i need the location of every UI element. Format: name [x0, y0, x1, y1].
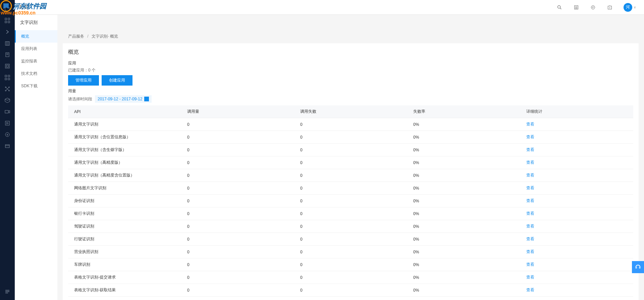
date-range-picker[interactable]: 2017-09-12 - 2017-09-12 [95, 95, 152, 103]
cell-api: 网络图片文字识别 [68, 182, 181, 195]
th-fails: 调用失败 [294, 105, 407, 118]
th-calls: 调用量 [181, 105, 294, 118]
cell-calls: 0 [181, 144, 294, 156]
rail-yen-icon[interactable]: ¥ [0, 129, 15, 140]
sidebar-item-1[interactable]: 应用列表 [15, 43, 57, 55]
cell-api: 身份证识别 [68, 195, 181, 207]
sidebar-item-2[interactable]: 监控报表 [15, 55, 57, 67]
rail-doc-icon[interactable] [0, 49, 15, 60]
cell-rate: 0% [407, 169, 520, 182]
svg-point-7 [591, 5, 595, 9]
table-row: 身份证识别000%查看 [68, 195, 633, 207]
rail-square-icon[interactable] [0, 60, 15, 72]
cell-rate: 0% [407, 271, 520, 284]
svg-rect-18 [5, 42, 9, 45]
breadcrumb-root[interactable]: 产品服务 [68, 34, 84, 39]
help-float-button[interactable] [632, 261, 644, 273]
cell-rate: 0% [407, 297, 520, 300]
calendar-icon [144, 97, 149, 101]
secondary-sidebar: 文字识别 概览应用列表监控报表技术文档SDK下载 [15, 15, 57, 300]
svg-rect-16 [5, 21, 7, 23]
cell-rate: 0% [407, 182, 520, 195]
detail-link[interactable]: 查看 [526, 211, 534, 216]
rail-building-icon[interactable] [0, 38, 15, 49]
svg-rect-15 [8, 18, 10, 20]
rail-play-icon[interactable] [0, 117, 15, 129]
svg-rect-17 [8, 21, 10, 23]
detail-link[interactable]: 查看 [526, 173, 534, 178]
cell-calls: 0 [181, 258, 294, 271]
th-detail: 详细统计 [520, 105, 633, 118]
detail-link[interactable]: 查看 [526, 224, 534, 229]
table-row: 通用文字识别（含生僻字版）000%查看 [68, 144, 633, 156]
svg-line-2 [560, 8, 561, 9]
detail-link[interactable]: 查看 [526, 237, 534, 241]
sidebar-item-4[interactable]: SDK下载 [15, 80, 57, 92]
table-row: 通用文字识别000%查看 [68, 118, 633, 131]
cell-api: 营业执照识别 [68, 246, 181, 258]
rail-grid-icon[interactable] [0, 15, 15, 26]
logo-text: 首页 [19, 4, 28, 10]
rail-card-icon[interactable] [0, 140, 15, 152]
sidebar-item-3[interactable]: 技术文档 [15, 67, 57, 80]
cell-api: 通用文字识别（高精度含位置版） [68, 169, 181, 182]
detail-link[interactable]: 查看 [526, 186, 534, 190]
cell-api: 行驶证识别 [68, 233, 181, 246]
detail-link[interactable]: 查看 [526, 160, 534, 165]
rail-arrow-icon[interactable] [0, 26, 15, 38]
cell-rate: 0% [407, 207, 520, 220]
detail-link[interactable]: 查看 [526, 122, 534, 127]
cell-fails: 0 [294, 297, 407, 300]
message-icon[interactable] [590, 4, 596, 10]
rail-video-icon[interactable] [0, 106, 15, 117]
cell-rate: 0% [407, 144, 520, 156]
cell-api: 通用文字识别（含位置信息版） [68, 131, 181, 144]
cell-fails: 0 [294, 271, 407, 284]
cell-calls: 0 [181, 195, 294, 207]
table-row: 网络图片文字识别000%查看 [68, 182, 633, 195]
app-count-label: 已建应用：0 个 [68, 67, 633, 73]
table-row: 通用文字识别（高精度版）000%查看 [68, 156, 633, 169]
cell-fails: 0 [294, 144, 407, 156]
breadcrumb-mid[interactable]: 文字识别 [92, 34, 108, 39]
svg-rect-26 [5, 75, 7, 77]
rail-cube-icon[interactable] [0, 3, 15, 15]
svg-rect-28 [5, 78, 7, 80]
cell-api: 银行卡识别 [68, 207, 181, 220]
detail-link[interactable]: 查看 [526, 249, 534, 254]
sidebar-item-0[interactable]: 概览 [15, 30, 57, 43]
cell-fails: 0 [294, 258, 407, 271]
detail-link[interactable]: 查看 [526, 135, 534, 139]
detail-link[interactable]: 查看 [526, 288, 534, 292]
cell-rate: 0% [407, 156, 520, 169]
svg-rect-29 [8, 78, 10, 80]
cell-fails: 0 [294, 118, 407, 131]
svg-rect-36 [5, 110, 8, 113]
cell-api: 表格文字识别-获取结果 [68, 284, 181, 297]
search-icon[interactable] [556, 4, 562, 10]
create-app-button[interactable]: 创建应用 [102, 75, 132, 86]
cell-calls: 0 [181, 131, 294, 144]
cell-api: 驾驶证识别 [68, 220, 181, 233]
table-row: 行驶证识别000%查看 [68, 233, 633, 246]
usage-table: API 调用量 调用失败 失败率 详细统计 通用文字识别000%查看通用文字识别… [68, 105, 633, 300]
cell-calls: 0 [181, 207, 294, 220]
rail-expand-icon[interactable] [0, 286, 15, 297]
detail-link[interactable]: 查看 [526, 147, 534, 152]
table-row: 通用票据识别000%查看 [68, 297, 633, 300]
cell-rate: 0% [407, 233, 520, 246]
svg-text:¥: ¥ [6, 133, 8, 136]
rail-nodes-icon[interactable] [0, 83, 15, 95]
list-icon[interactable] [573, 4, 579, 10]
detail-link[interactable]: 查看 [526, 198, 534, 203]
svg-rect-14 [5, 18, 7, 20]
ticket-icon[interactable] [607, 4, 613, 10]
header-actions: 河 ∨ [556, 3, 636, 12]
cell-api: 通用文字识别 [68, 118, 181, 131]
rail-grid2-icon[interactable] [0, 72, 15, 83]
manage-app-button[interactable]: 管理应用 [68, 75, 99, 86]
detail-link[interactable]: 查看 [526, 275, 534, 280]
rail-box-icon[interactable] [0, 95, 15, 106]
detail-link[interactable]: 查看 [526, 262, 534, 267]
user-menu[interactable]: 河 ∨ [624, 3, 636, 12]
